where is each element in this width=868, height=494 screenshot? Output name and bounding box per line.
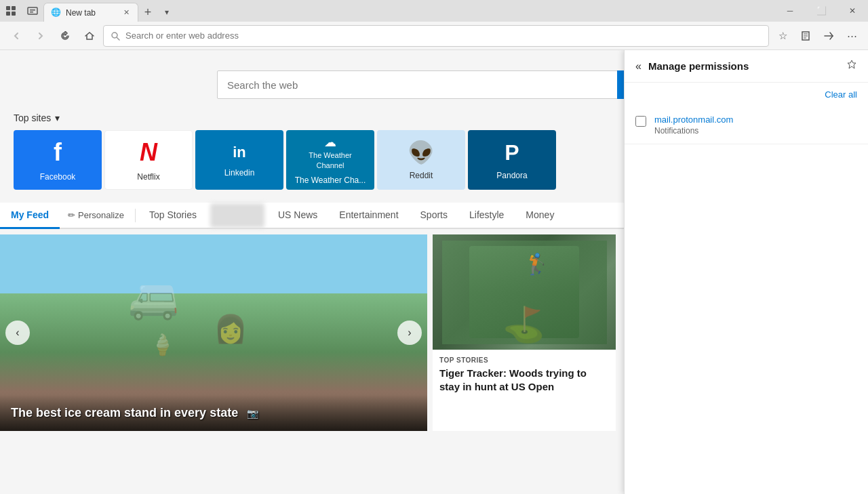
- site-tile-reddit[interactable]: 👽 Reddit: [377, 130, 465, 190]
- url-input[interactable]: [125, 30, 762, 41]
- top-sites-label: Top sites: [14, 112, 51, 123]
- svg-rect-0: [6, 6, 10, 10]
- tab-favicon: 🌐: [51, 7, 62, 18]
- permissions-site-info: mail.protonmail.com Notifications: [654, 115, 857, 136]
- home-button[interactable]: [79, 25, 100, 47]
- svg-rect-5: [30, 9, 35, 11]
- address-bar[interactable]: [103, 25, 769, 47]
- secondary-news-card[interactable]: ⛳ 🏌️ TOP STORIES Tiger Tracker: Woods tr…: [433, 234, 616, 431]
- secondary-news-category: TOP STORIES: [439, 356, 609, 364]
- tab-dropdown-button[interactable]: ▾: [157, 3, 176, 22]
- facebook-label: Facebook: [40, 172, 76, 182]
- secondary-news-headline: Tiger Tracker: Woods trying to stay in h…: [439, 367, 609, 393]
- web-search-input[interactable]: [217, 70, 651, 99]
- reddit-label: Reddit: [410, 171, 433, 180]
- tab-top-stories[interactable]: Top Stories: [138, 203, 208, 229]
- netflix-icon: N: [140, 138, 157, 167]
- svg-rect-4: [28, 7, 37, 14]
- svg-line-8: [117, 37, 120, 40]
- carousel-next-button[interactable]: ›: [397, 321, 422, 345]
- refresh-button[interactable]: [54, 25, 76, 47]
- svg-point-7: [112, 33, 117, 38]
- window-icon: [0, 0, 22, 22]
- main-news-title: The best ice cream stand in every state …: [11, 406, 416, 420]
- secondary-news-body: TOP STORIES Tiger Tracker: Woods trying …: [433, 350, 616, 400]
- favorites-button[interactable]: ☆: [772, 25, 793, 47]
- title-bar: 🌐 New tab ✕ + ▾ ─ ⬜ ✕: [0, 0, 868, 22]
- permissions-title: Manage permissions: [648, 60, 840, 72]
- permissions-type: Notifications: [654, 126, 857, 136]
- search-wrapper: [217, 70, 651, 99]
- site-tile-weather[interactable]: ☁ The Weather Channel The Weather Cha...: [286, 130, 374, 190]
- tab-lifestyle[interactable]: Lifestyle: [458, 203, 515, 229]
- permissions-panel: « Manage permissions Clear all mail.prot…: [624, 50, 868, 494]
- svg-rect-3: [12, 12, 16, 16]
- tab-separator: [135, 209, 136, 222]
- pandora-label: Pandora: [496, 171, 527, 180]
- main-news-overlay: The best ice cream stand in every state …: [0, 395, 427, 431]
- window-controls: ─ ⬜ ✕: [774, 0, 868, 22]
- svg-rect-6: [30, 12, 33, 13]
- tab-close-button[interactable]: ✕: [122, 7, 131, 18]
- main-news-card[interactable]: 🚐 👩 🍦 ‹ › The best ice cream stand in ev…: [0, 234, 427, 431]
- site-tile-netflix[interactable]: N Netflix: [104, 130, 193, 190]
- permissions-actions: Clear all: [625, 83, 868, 106]
- linkedin-icon: in: [229, 142, 250, 163]
- pandora-icon: P: [505, 140, 519, 165]
- site-tile-linkedin[interactable]: in Linkedin: [195, 130, 283, 190]
- secondary-news-image: ⛳ 🏌️: [433, 234, 616, 350]
- current-tab[interactable]: 🌐 New tab ✕: [43, 3, 138, 22]
- maximize-button[interactable]: ⬜: [806, 0, 837, 22]
- facebook-icon: f: [54, 138, 62, 167]
- permissions-header: « Manage permissions: [625, 50, 868, 83]
- site-tile-facebook[interactable]: f Facebook: [14, 130, 102, 190]
- pencil-icon: ✏: [68, 210, 75, 220]
- weather-label: The Weather Cha...: [295, 176, 366, 185]
- svg-rect-2: [6, 12, 10, 16]
- back-button[interactable]: [5, 25, 27, 47]
- permissions-checkbox[interactable]: [635, 116, 646, 127]
- minimize-button[interactable]: ─: [774, 0, 806, 22]
- share-button[interactable]: [818, 25, 840, 47]
- linkedin-label: Linkedin: [224, 168, 255, 178]
- permissions-domain: mail.protonmail.com: [654, 115, 857, 125]
- menu-button[interactable]: ⋯: [841, 25, 863, 47]
- notes-button[interactable]: [795, 25, 816, 47]
- forward-button[interactable]: [30, 25, 52, 47]
- navigation-bar: ☆ ⋯: [0, 22, 868, 50]
- camera-icon: 📷: [247, 408, 258, 419]
- weather-icon: ☁ The Weather Channel: [304, 135, 355, 170]
- netflix-label: Netflix: [137, 172, 159, 182]
- back-icon[interactable]: «: [635, 60, 642, 73]
- tab-label: New tab: [66, 8, 118, 18]
- tab-money[interactable]: Money: [515, 203, 565, 229]
- carousel-prev-button[interactable]: ‹: [5, 321, 30, 345]
- new-tab-button[interactable]: +: [138, 3, 157, 22]
- close-button[interactable]: ✕: [837, 0, 868, 22]
- pin-icon[interactable]: [846, 60, 857, 73]
- tab-entertainment[interactable]: Entertainment: [328, 203, 409, 229]
- clear-all-button[interactable]: Clear all: [825, 89, 857, 100]
- taskbar-icon: [22, 0, 43, 22]
- svg-rect-1: [12, 6, 16, 10]
- tab-us-news[interactable]: US News: [267, 203, 328, 229]
- site-tile-pandora[interactable]: P Pandora: [468, 130, 556, 190]
- tab-blurred: ████████: [210, 203, 264, 228]
- tab-my-feed[interactable]: My Feed: [0, 203, 60, 229]
- permissions-item: mail.protonmail.com Notifications: [625, 106, 868, 144]
- reddit-icon: 👽: [408, 140, 435, 165]
- chevron-down-icon: ▾: [55, 112, 60, 123]
- tab-sports[interactable]: Sports: [410, 203, 458, 229]
- main-content: Top sites ▾ f Facebook N Netflix in Link…: [0, 50, 868, 494]
- personalize-button[interactable]: ✏ Personalize: [60, 203, 132, 227]
